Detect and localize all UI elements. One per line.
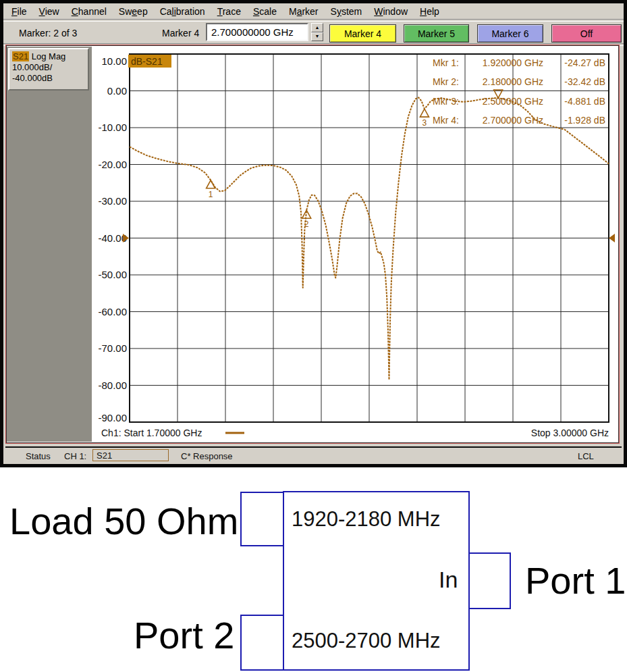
marker-4-button[interactable]: Marker 4 [329,24,396,43]
status-label: Status [26,451,51,461]
in-label: In [439,567,458,593]
trace-scale-label: 10.000dB/ [12,62,88,73]
menu-item-help[interactable]: Help [414,5,445,18]
sweep-start-label: Ch1: Start 1.70000 GHz [101,428,202,438]
trace-format-label: Log Mag [29,51,65,61]
menu-item-scale[interactable]: Scale [247,5,283,18]
svg-text:1.920000 GHz: 1.920000 GHz [483,57,543,68]
menu-item-file[interactable]: File [5,5,33,18]
menu-item-sweep[interactable]: Sweep [113,5,154,18]
trace-sidebar [7,47,92,442]
svg-text:2: 2 [304,219,309,229]
trace-id-chip: S21 [12,51,29,61]
svg-text:-90.00: -90.00 [98,412,127,423]
trace-title-text: dB-S21 [131,56,163,67]
s21-chart: dB-S21 123 10.000.00-10.00-20.00-30.00-4… [92,47,618,442]
svg-text:-24.27 dB: -24.27 dB [564,57,605,68]
svg-text:-1.928 dB: -1.928 dB [564,115,605,126]
y-axis-labels: 10.000.00-10.00-20.00-30.00-40.00-50.00-… [98,55,127,423]
port1-label: Port 1 [525,559,626,602]
frequency-stepper: ▲ ▼ [311,23,323,41]
arrow-down-icon: ▼ [315,34,320,38]
menu-item-view[interactable]: View [33,5,65,18]
marker-field-label: Marker 4 [162,28,199,38]
svg-text:2.700000 GHz: 2.700000 GHz [483,115,543,126]
menu-item-calibration[interactable]: Calibration [154,5,211,18]
measurement-value: S21 [97,450,112,461]
sweep-stop-label: Stop 3.00000 GHz [531,428,609,438]
stepper-up-button[interactable]: ▲ [311,23,323,32]
load-label: Load 50 Ohm [9,499,238,543]
svg-text:2.500000 GHz: 2.500000 GHz [483,96,543,107]
svg-text:-32.42 dB: -32.42 dB [564,76,605,87]
port1-stub [468,552,511,609]
svg-text:-10.00: -10.00 [98,122,127,133]
svg-text:Mkr 2:: Mkr 2: [433,76,459,87]
status-bar: Status CH 1: S21 C* Response LCL [5,446,622,463]
svg-text:Mkr 4:: Mkr 4: [433,115,459,126]
svg-text:2.180000 GHz: 2.180000 GHz [483,76,543,87]
lcl-indicator: LCL [578,451,594,461]
menu-item-system[interactable]: System [325,5,369,18]
screenshot-root: FileViewChannelSweepCalibrationTraceScal… [0,0,627,672]
menu-item-marker[interactable]: Marker [283,5,325,18]
svg-text:10.00: 10.00 [101,55,127,67]
svg-text:3: 3 [422,118,427,128]
svg-text:Mkr 1:: Mkr 1: [433,57,459,68]
marker-3-glyph [420,109,429,117]
trace-format-line: S21 Log Mag [12,51,88,62]
svg-text:Mkr 3:: Mkr 3: [433,96,459,107]
port2-stub [240,615,284,671]
svg-text:0.00: 0.00 [107,85,127,97]
port2-label: Port 2 [134,613,234,657]
svg-text:-60.00: -60.00 [98,306,127,317]
band-top-label: 1920-2180 MHz [292,507,441,532]
marker-readouts: Mkr 1:1.920000 GHz-24.27 dBMkr 2:2.18000… [433,57,605,126]
svg-text:-70.00: -70.00 [98,342,127,354]
svg-text:-80.00: -80.00 [98,380,127,391]
trace-status-box[interactable]: S21 Log Mag 10.000dB/ -40.000dB [8,48,89,91]
marker-6-button[interactable]: Marker 6 [477,24,543,43]
menu-bar: FileViewChannelSweepCalibrationTraceScal… [5,4,445,19]
marker-frequency-value: 2.700000000 GHz [211,26,294,38]
svg-text:-40.00: -40.00 [98,232,127,244]
menu-item-channel[interactable]: Channel [65,5,113,18]
svg-text:-50.00: -50.00 [98,269,127,280]
load-port-stub [240,492,284,546]
svg-text:-30.00: -30.00 [98,195,127,207]
trace-reference-label: -40.000dB [12,73,88,84]
marker-frequency-input[interactable]: 2.700000000 GHz [206,23,308,41]
band-bottom-label: 2500-2700 MHz [292,629,441,653]
measurement-box: S21 [92,449,169,461]
svg-text:1: 1 [209,190,213,199]
marker-5-button[interactable]: Marker 5 [404,24,469,43]
marker-status-label: Marker: 2 of 3 [19,28,77,38]
svg-text:-20.00: -20.00 [98,159,127,170]
grid-lines [130,54,609,422]
menu-item-trace[interactable]: Trace [211,5,247,18]
menu-item-window[interactable]: Window [368,5,414,18]
menubar-divider [3,19,624,22]
off-button[interactable]: Off [551,24,622,43]
svg-text:-4.881 dB: -4.881 dB [564,96,605,107]
stepper-down-button[interactable]: ▼ [311,32,323,42]
correction-state-label: C* Response [181,451,233,461]
marker-glyphs: 123 [207,90,503,229]
channel-label: CH 1: [64,451,86,461]
arrow-up-icon: ▲ [315,25,320,30]
